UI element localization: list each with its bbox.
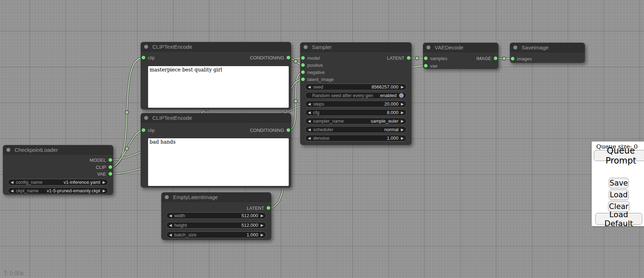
left-arrow-icon[interactable]: ◀ (308, 119, 311, 123)
output-slot-latent[interactable]: LATENT (247, 205, 270, 211)
node-save-image[interactable]: SaveImage images (510, 43, 585, 63)
node-titlebar[interactable]: SaveImage (510, 43, 585, 52)
right-arrow-icon[interactable]: ▶ (261, 224, 263, 227)
collapse-dot-icon[interactable] (304, 45, 308, 49)
node-titlebar[interactable]: VAEDecode (423, 43, 498, 52)
widget-batch-size[interactable]: ◀ batch_size 1.000 ▶ (166, 231, 266, 238)
output-dot-icon[interactable] (407, 56, 410, 60)
input-slot-negative[interactable]: negative (301, 69, 325, 75)
input-dot-icon[interactable] (301, 63, 305, 67)
left-arrow-icon[interactable]: ◀ (169, 224, 172, 227)
input-dot-icon[interactable] (301, 56, 305, 60)
output-slot-model[interactable]: MODEL (90, 157, 112, 163)
right-arrow-icon[interactable]: ▶ (103, 181, 105, 184)
load-button[interactable]: Load (609, 189, 629, 200)
left-arrow-icon[interactable]: ◀ (169, 233, 172, 237)
prompt-textarea[interactable]: bad hands (148, 138, 289, 186)
right-arrow-icon[interactable]: ▶ (401, 128, 404, 132)
widget-config-name[interactable]: ◀ config_name v1-inference.yaml ▶ (8, 179, 108, 186)
input-dot-icon[interactable] (142, 128, 145, 132)
output-slot-conditioning[interactable]: CONDITIONING (250, 54, 290, 61)
collapse-dot-icon[interactable] (165, 195, 169, 199)
output-dot-icon[interactable] (287, 128, 290, 132)
right-arrow-icon[interactable]: ▶ (261, 233, 263, 237)
output-dot-icon[interactable] (109, 165, 112, 169)
input-dot-icon[interactable] (511, 57, 514, 60)
node-titlebar[interactable]: EmptyLatentImage (161, 192, 271, 202)
left-arrow-icon[interactable]: ◀ (169, 214, 172, 218)
widget-label: batch_size (174, 232, 197, 237)
output-dot-icon[interactable] (109, 172, 112, 176)
widget-random-seed-toggle[interactable]: Random seed after every gen enabled (305, 92, 407, 99)
left-arrow-icon[interactable]: ◀ (308, 111, 311, 114)
widget-ckpt-name[interactable]: ◀ ckpt_name v1-5-pruned-emaonly.ckpt ▶ (8, 187, 108, 194)
collapse-dot-icon[interactable] (426, 46, 430, 49)
input-slot-vae[interactable]: vae (424, 63, 438, 69)
queue-prompt-button[interactable]: Queue Prompt (594, 150, 644, 161)
right-arrow-icon[interactable]: ▶ (103, 189, 105, 193)
left-arrow-icon[interactable]: ◀ (11, 181, 14, 184)
right-arrow-icon[interactable]: ▶ (401, 111, 404, 114)
input-slot-clip[interactable]: clip (142, 127, 155, 133)
collapse-dot-icon[interactable] (144, 45, 148, 49)
node-titlebar[interactable]: Sampler (300, 42, 412, 52)
node-checkpoint-loader[interactable]: CheckpointLoader MODEL CLIP VAE ◀ config… (3, 145, 113, 195)
widget-seed[interactable]: ◀ seed 8566257.000 ▶ (305, 84, 407, 90)
right-arrow-icon[interactable]: ▶ (401, 137, 404, 140)
widget-width[interactable]: ◀ width 512.000 ▶ (166, 212, 266, 219)
left-arrow-icon[interactable]: ◀ (308, 102, 311, 106)
input-slot-samples[interactable]: samples (424, 55, 447, 62)
collapse-dot-icon[interactable] (6, 148, 10, 152)
output-slot-conditioning[interactable]: CONDITIONING (250, 127, 290, 133)
left-arrow-icon[interactable]: ◀ (308, 137, 311, 140)
collapse-dot-icon[interactable] (513, 46, 517, 49)
node-clip-text-encode-positive[interactable]: CLIPTextEncode clip CONDITIONING masterp… (141, 42, 291, 109)
prompt-textarea[interactable]: masterpiece best quality girl (148, 66, 289, 108)
input-slot-latent-image[interactable]: latent_image (301, 76, 334, 82)
node-vae-decode[interactable]: VAEDecode samples vae IMAGE (423, 43, 498, 69)
left-arrow-icon[interactable]: ◀ (308, 128, 311, 132)
output-slot-image[interactable]: IMAGE (476, 55, 497, 62)
output-dot-icon[interactable] (494, 57, 497, 60)
right-arrow-icon[interactable]: ▶ (401, 85, 404, 89)
widget-cfg[interactable]: ◀ cfg 8.000 ▶ (305, 109, 407, 116)
slot-label: CONDITIONING (250, 128, 284, 133)
widget-steps[interactable]: ◀ steps 20.000 ▶ (305, 101, 407, 107)
node-clip-text-encode-negative[interactable]: CLIPTextEncode clip CONDITIONING bad han… (141, 113, 291, 188)
input-slot-clip[interactable]: clip (142, 54, 155, 61)
input-dot-icon[interactable] (142, 56, 145, 59)
node-empty-latent-image[interactable]: EmptyLatentImage LATENT ◀ width 512.000 … (161, 192, 271, 240)
toggle-circle-icon[interactable] (399, 93, 404, 98)
input-dot-icon[interactable] (301, 77, 305, 81)
collapse-dot-icon[interactable] (144, 116, 148, 120)
load-default-button[interactable]: Load Default (595, 213, 642, 225)
node-titlebar[interactable]: CLIPTextEncode (141, 113, 291, 123)
widget-denoise[interactable]: ◀ denoise 1.000 ▶ (305, 135, 407, 141)
node-sampler[interactable]: Sampler model positive negative latent_i… (300, 42, 412, 145)
widget-height[interactable]: ◀ height 512.000 ▶ (166, 222, 266, 229)
save-button[interactable]: Save (609, 178, 629, 188)
input-dot-icon[interactable] (424, 64, 428, 68)
input-slot-positive[interactable]: positive (301, 62, 323, 68)
left-arrow-icon[interactable]: ◀ (308, 85, 311, 89)
widget-value: 512.000 (241, 223, 258, 228)
node-titlebar[interactable]: CLIPTextEncode (141, 42, 291, 52)
output-dot-icon[interactable] (267, 206, 270, 210)
input-slot-images[interactable]: images (511, 55, 532, 62)
output-slot-vae[interactable]: VAE (97, 171, 112, 177)
left-arrow-icon[interactable]: ◀ (11, 189, 14, 193)
slot-label: positive (307, 63, 323, 68)
output-dot-icon[interactable] (109, 158, 112, 162)
input-slot-model[interactable]: model (301, 55, 320, 61)
input-dot-icon[interactable] (301, 70, 305, 74)
node-titlebar[interactable]: CheckpointLoader (3, 145, 113, 155)
output-slot-latent[interactable]: LATENT (387, 55, 410, 61)
right-arrow-icon[interactable]: ▶ (401, 102, 404, 106)
right-arrow-icon[interactable]: ▶ (401, 119, 404, 123)
output-slot-clip[interactable]: CLIP (96, 164, 112, 170)
widget-scheduler[interactable]: ◀ scheduler normal ▶ (305, 126, 407, 133)
right-arrow-icon[interactable]: ▶ (261, 214, 263, 218)
output-dot-icon[interactable] (287, 56, 290, 59)
widget-sampler-name[interactable]: ◀ sampler_name sample_euler ▶ (305, 118, 407, 124)
input-dot-icon[interactable] (424, 57, 428, 60)
